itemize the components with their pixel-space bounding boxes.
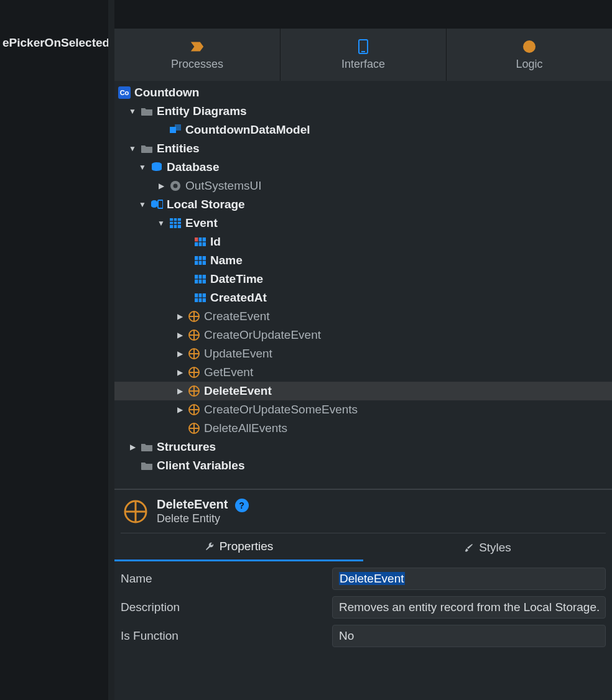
action-icon bbox=[188, 348, 200, 360]
tree-item-label: Structures bbox=[157, 440, 216, 454]
tab-label: Processes bbox=[171, 58, 223, 71]
folder-icon bbox=[141, 459, 153, 472]
tree-item-label: CreateEvent bbox=[204, 310, 270, 323]
tree-client-variables[interactable]: ▶ Client Variables bbox=[114, 456, 612, 475]
tree-action-delete[interactable]: ▶ DeleteEvent bbox=[114, 382, 612, 400]
action-icon bbox=[188, 329, 200, 341]
tree-item-label: DateTime bbox=[210, 272, 263, 286]
module-icon: Co bbox=[118, 86, 131, 99]
reference-icon bbox=[169, 180, 182, 192]
chevron-right-icon[interactable]: ▶ bbox=[175, 405, 184, 414]
tree-item-label: Countdown bbox=[134, 86, 199, 99]
tree-item-label: Entities bbox=[157, 142, 200, 155]
local-storage-icon bbox=[151, 198, 163, 211]
prop-value-isfunction[interactable]: No bbox=[332, 625, 606, 647]
chevron-right-icon[interactable]: ▶ bbox=[128, 443, 137, 451]
module-root[interactable]: Co Countdown bbox=[114, 83, 612, 102]
tab-interface[interactable]: Interface bbox=[280, 29, 447, 81]
details-panel: DeleteEvent ? Delete Entity Properties S… bbox=[114, 489, 612, 700]
tab-label: Logic bbox=[516, 58, 542, 71]
vertical-divider bbox=[108, 0, 114, 700]
svg-rect-18 bbox=[195, 237, 198, 242]
prop-value-description[interactable]: Removes an entity record from the Local … bbox=[332, 596, 606, 619]
properties-tabs: Properties Styles bbox=[114, 533, 612, 561]
prop-key: Name bbox=[121, 572, 332, 586]
tree-entity-diagrams[interactable]: ▼ Entity Diagrams bbox=[114, 102, 612, 121]
action-icon bbox=[188, 385, 200, 397]
tree-item-label: Name bbox=[210, 254, 243, 267]
tree-action-update[interactable]: ▶ UpdateEvent bbox=[114, 344, 612, 363]
tree-attr-createdat[interactable]: CreatedAt bbox=[114, 288, 612, 307]
attr-icon bbox=[194, 273, 206, 285]
tree-item-label: Local Storage bbox=[167, 198, 245, 211]
tree-action-deleteall[interactable]: ▶ DeleteAllEvents bbox=[114, 419, 612, 438]
process-icon bbox=[190, 39, 205, 54]
tree-attr-id[interactable]: Id bbox=[114, 233, 612, 251]
chevron-down-icon[interactable]: ▼ bbox=[138, 163, 147, 172]
logic-icon bbox=[522, 39, 537, 54]
prop-key: Description bbox=[121, 601, 332, 614]
tree-item-label: CreatedAt bbox=[210, 291, 267, 305]
tab-logic[interactable]: Logic bbox=[447, 29, 612, 81]
tree-action-create[interactable]: ▶ CreateEvent bbox=[114, 307, 612, 326]
tree-action-createorupdate[interactable]: ▶ CreateOrUpdateEvent bbox=[114, 326, 612, 344]
help-icon[interactable]: ? bbox=[235, 499, 249, 512]
tree-attr-name[interactable]: Name bbox=[114, 251, 612, 270]
tab-styles[interactable]: Styles bbox=[363, 533, 612, 561]
tree-countdown-datamodel[interactable]: ▼ CountdownDataModel bbox=[114, 121, 612, 139]
tree-item-label: GetEvent bbox=[204, 366, 253, 379]
interface-icon bbox=[356, 39, 371, 54]
folder-icon bbox=[141, 441, 153, 453]
details-header: DeleteEvent ? Delete Entity bbox=[114, 490, 612, 530]
action-icon bbox=[188, 422, 200, 435]
tab-properties[interactable]: Properties bbox=[114, 533, 363, 561]
chevron-right-icon[interactable]: ▶ bbox=[175, 368, 184, 377]
chevron-right-icon[interactable]: ▶ bbox=[175, 387, 184, 395]
chevron-right-icon[interactable]: ▶ bbox=[175, 312, 184, 321]
details-title: DeleteEvent bbox=[157, 497, 228, 511]
chevron-right-icon[interactable]: ▶ bbox=[157, 182, 165, 190]
tree-item-label: Entity Diagrams bbox=[157, 104, 247, 118]
prop-value-name[interactable]: DeleteEvent bbox=[332, 568, 606, 590]
svg-text:Co: Co bbox=[120, 89, 129, 96]
tree-action-get[interactable]: ▶ GetEvent bbox=[114, 363, 612, 382]
prop-key: Is Function bbox=[121, 629, 332, 643]
tree-outsystemsui[interactable]: ▶ OutSystemsUI bbox=[114, 177, 612, 195]
entity-icon bbox=[169, 217, 182, 229]
chevron-down-icon[interactable]: ▼ bbox=[138, 200, 147, 209]
chevron-down-icon[interactable]: ▼ bbox=[128, 107, 137, 116]
svg-rect-1 bbox=[361, 51, 365, 52]
tab-label: Styles bbox=[479, 541, 511, 555]
right-panel: Processes Interface Logic Co Countdown bbox=[114, 29, 612, 700]
key-attr-icon bbox=[194, 236, 206, 248]
folder-icon bbox=[141, 142, 153, 155]
top-tabs: Processes Interface Logic bbox=[114, 29, 612, 81]
selected-text: DeleteEvent bbox=[339, 572, 405, 585]
tree-database[interactable]: ▼ Database bbox=[114, 158, 612, 177]
svg-rect-6 bbox=[175, 124, 181, 131]
svg-point-9 bbox=[174, 184, 178, 188]
tree-event-entity[interactable]: ▼ Event bbox=[114, 214, 612, 233]
chevron-right-icon[interactable]: ▶ bbox=[175, 331, 184, 339]
tree-structures[interactable]: ▶ Structures bbox=[114, 438, 612, 456]
tree-view[interactable]: Co Countdown ▼ Entity Diagrams ▼ Countdo… bbox=[114, 81, 612, 489]
action-icon bbox=[188, 403, 200, 416]
svg-rect-12 bbox=[170, 218, 181, 228]
chevron-down-icon[interactable]: ▼ bbox=[128, 144, 137, 153]
tree-item-label: DeleteAllEvents bbox=[204, 421, 287, 435]
chevron-down-icon[interactable]: ▼ bbox=[157, 219, 165, 228]
tree-item-label: UpdateEvent bbox=[204, 347, 272, 361]
prop-row-name: Name DeleteEvent bbox=[121, 568, 606, 590]
prop-row-description: Description Removes an entity record fro… bbox=[121, 596, 606, 619]
tree-attr-datetime[interactable]: DateTime bbox=[114, 270, 612, 288]
tree-action-createupdatesome[interactable]: ▶ CreateOrUpdateSomeEvents bbox=[114, 400, 612, 419]
chevron-right-icon[interactable]: ▶ bbox=[175, 349, 184, 358]
tree-entities[interactable]: ▼ Entities bbox=[114, 139, 612, 158]
svg-rect-11 bbox=[158, 200, 163, 208]
action-icon bbox=[188, 310, 200, 323]
folder-icon bbox=[141, 105, 153, 117]
tab-processes[interactable]: Processes bbox=[114, 29, 280, 81]
left-tab-label-fragment: ePickerOnSelected bbox=[0, 29, 106, 57]
tree-local-storage[interactable]: ▼ Local Storage bbox=[114, 195, 612, 214]
attr-icon bbox=[194, 254, 206, 267]
